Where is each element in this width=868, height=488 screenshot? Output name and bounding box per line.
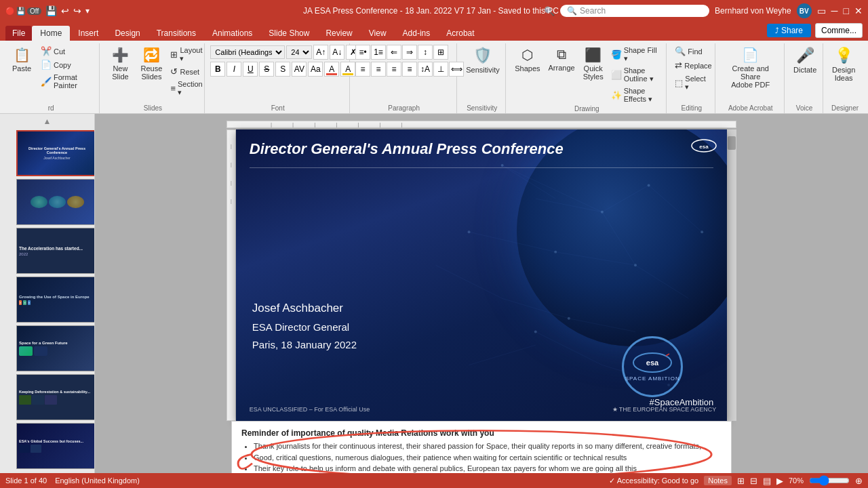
decrease-font-size-button[interactable]: A↓ xyxy=(330,45,344,60)
vertical-scrollbar[interactable] xyxy=(727,129,736,421)
design-ideas-button[interactable]: 💡 DesignIdeas xyxy=(829,45,859,84)
window-close-icon[interactable]: ✕ xyxy=(854,5,863,16)
user-avatar[interactable]: BV xyxy=(797,3,812,18)
tab-design[interactable]: Design xyxy=(106,26,148,41)
fit-slide-button[interactable]: ⊕ xyxy=(855,476,863,486)
slide-thumb-7[interactable]: 7 ESA's Global Success but focuses... xyxy=(3,423,92,469)
layout-button[interactable]: ⊞Layout ▾ xyxy=(167,45,205,64)
notes-area[interactable]: Reminder of importance of quality Media … xyxy=(231,421,732,473)
align-text-button[interactable]: ⊥ xyxy=(433,62,448,77)
select-button[interactable]: ⬚Select ▾ xyxy=(672,73,714,93)
tab-insert[interactable]: Insert xyxy=(70,26,106,41)
slide-info: Slide 1 of 40 xyxy=(5,476,47,485)
numbering-button[interactable]: 1≡ xyxy=(371,45,386,60)
replace-button[interactable]: ⇄Replace xyxy=(672,59,714,72)
increase-font-size-button[interactable]: A↑ xyxy=(313,45,328,60)
customize-icon[interactable]: ▾ xyxy=(85,6,90,16)
ribbon-group-adobe: 📄 Create and ShareAdobe PDF Adobe Acroba… xyxy=(717,43,785,113)
line-spacing-button[interactable]: ↕ xyxy=(418,45,433,60)
speaker-info[interactable]: Josef Aschbacher ESA Director General Pa… xyxy=(252,299,357,353)
sensitivity-button[interactable]: 🛡️ Sensitivity xyxy=(462,45,503,76)
underline-button[interactable]: U xyxy=(243,62,258,77)
highlight-color-button[interactable]: A xyxy=(340,62,355,77)
window-min-icon[interactable]: ─ xyxy=(831,5,838,16)
align-left-button[interactable]: ≡ xyxy=(355,62,370,77)
svg-point-20 xyxy=(554,251,557,253)
justify-button[interactable]: ≡ xyxy=(402,62,417,77)
save-icon[interactable]: 💾 xyxy=(45,5,57,16)
format-painter-button[interactable]: 🖌️Format Painter xyxy=(38,72,95,91)
text-case-button[interactable]: Aa xyxy=(308,62,323,77)
tab-file[interactable]: File xyxy=(5,26,32,41)
redo-icon[interactable]: ↪ xyxy=(73,5,81,16)
increase-indent-button[interactable]: ⇒ xyxy=(402,45,417,60)
language-indicator[interactable]: English (United Kingdom) xyxy=(55,476,140,485)
title-dropdown-icon[interactable]: ▾ xyxy=(561,7,565,15)
slide-title[interactable]: Director General's Annual Press Conferen… xyxy=(250,140,666,158)
undo-icon[interactable]: ↩ xyxy=(61,5,69,16)
zoom-slider[interactable] xyxy=(809,478,850,483)
shadow-button[interactable]: S xyxy=(275,62,290,77)
create-adobe-pdf-button[interactable]: 📄 Create and ShareAdobe PDF xyxy=(721,45,780,91)
slide-canvas[interactable]: Director General's Annual Press Conferen… xyxy=(236,129,727,421)
slide-thumb-1[interactable]: 1 Director General's Annual Press Confer… xyxy=(3,130,92,176)
shape-fill-button[interactable]: 🪣 Shape Fill ▾ xyxy=(608,45,663,64)
slideshow-icon[interactable]: ▶ xyxy=(776,476,783,486)
font-size-select[interactable]: 24 xyxy=(286,45,312,59)
notes-button[interactable]: Notes xyxy=(704,476,732,485)
char-spacing-button[interactable]: AV xyxy=(292,62,307,77)
tab-acrobat[interactable]: Acrobat xyxy=(438,26,482,41)
slide-thumb-3[interactable]: 3 The Acceleration has started... 2022 xyxy=(3,228,92,274)
tab-addins[interactable]: Add-ins xyxy=(395,26,439,41)
cut-button[interactable]: ✂️Cut xyxy=(38,45,95,58)
paste-button[interactable]: 📋 Paste xyxy=(7,45,37,75)
italic-button[interactable]: I xyxy=(226,62,241,77)
find-button[interactable]: 🔍Find xyxy=(672,45,714,58)
decrease-indent-button[interactable]: ⇐ xyxy=(387,45,401,60)
slide-panel[interactable]: ▲ 1 Director General's Annual Press Conf… xyxy=(0,114,95,473)
text-direction-button[interactable]: ↕A xyxy=(418,62,433,77)
new-slide-button[interactable]: ➕ NewSlide xyxy=(105,45,135,83)
ribbon-collapse-icon[interactable]: ▭ xyxy=(817,5,826,16)
tab-home[interactable]: Home xyxy=(32,26,70,41)
tab-review[interactable]: Review xyxy=(317,26,360,41)
quick-styles-button[interactable]: ⬛ QuickStyles xyxy=(580,45,607,83)
tab-view[interactable]: View xyxy=(361,26,395,41)
section-button[interactable]: ≡Section ▾ xyxy=(167,79,205,98)
window-max-icon[interactable]: □ xyxy=(844,5,849,16)
shapes-button[interactable]: ⬡ Shapes xyxy=(511,45,543,75)
align-right-button[interactable]: ≡ xyxy=(387,62,401,77)
search-box-title[interactable]: 🔍 Search xyxy=(560,5,709,17)
bold-button[interactable]: B xyxy=(210,62,225,77)
shape-effects-button[interactable]: ✨ Shape Effects ▾ xyxy=(608,85,663,105)
svg-line-2 xyxy=(648,185,702,232)
share-button[interactable]: ⤴ Share xyxy=(767,24,811,37)
columns-button[interactable]: ⊞ xyxy=(433,45,448,60)
view-slide-sorter-icon[interactable]: ⊟ xyxy=(750,476,757,486)
svg-point-19 xyxy=(634,264,637,266)
view-normal-icon[interactable]: ⊞ xyxy=(737,476,745,486)
arrange-button[interactable]: ⧉ Arrange xyxy=(545,45,578,74)
font-color-button[interactable]: A xyxy=(324,62,339,77)
scroll-up-button[interactable]: ▲ xyxy=(3,117,92,126)
shape-outline-button[interactable]: ⬜ Shape Outline ▾ xyxy=(608,65,663,85)
accessibility-indicator[interactable]: ✓ Accessibility: Good to go xyxy=(609,476,698,485)
view-reading-icon[interactable]: ▤ xyxy=(763,476,771,486)
comments-button[interactable]: Comme... xyxy=(815,23,863,38)
reset-button[interactable]: ↺Reset xyxy=(167,65,205,78)
font-family-select[interactable]: Calibri (Headings) xyxy=(210,45,285,59)
strikethrough-button[interactable]: S xyxy=(259,62,274,77)
reuse-slides-button[interactable]: 🔁 ReuseSlides xyxy=(136,45,166,83)
align-center-button[interactable]: ≡ xyxy=(371,62,386,77)
autosave-toggle[interactable]: 🔴 💾 Off xyxy=(5,7,41,16)
copy-button[interactable]: 📄Copy xyxy=(38,58,95,71)
slide-thumb-5[interactable]: 5 Space for a Green Future xyxy=(3,325,92,371)
tab-animations[interactable]: Animations xyxy=(204,26,260,41)
slide-thumb-2[interactable]: 2 xyxy=(3,179,92,225)
tab-slideshow[interactable]: Slide Show xyxy=(260,26,317,41)
tab-transitions[interactable]: Transitions xyxy=(149,26,204,41)
bullets-button[interactable]: ≡• xyxy=(355,45,370,60)
dictate-button[interactable]: 🎤 Dictate xyxy=(790,45,820,76)
slide-thumb-4[interactable]: 4 Growing the Use of Space in Europe ● ●… xyxy=(3,277,92,323)
slide-thumb-6[interactable]: 6 Keeping Deforestation & sustainability… xyxy=(3,374,92,420)
